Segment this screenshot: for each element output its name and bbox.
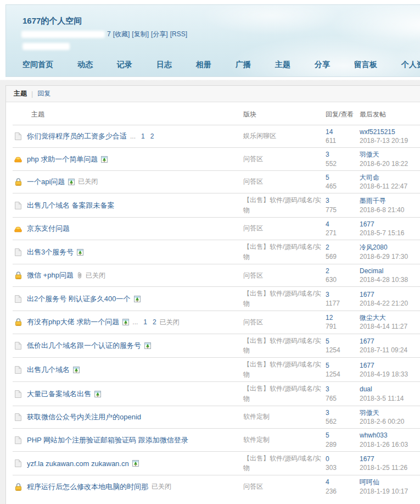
lastpost-user-link[interactable]: 1677	[360, 220, 420, 229]
replies-count[interactable]: 2	[326, 267, 360, 275]
lastpost-user-link[interactable]: 1677	[360, 361, 420, 370]
lastpost-time: 2018-4-14 11:27	[360, 322, 420, 331]
lastpost-cell: 大司命2018-6-11 22:47	[360, 173, 420, 191]
forum-link[interactable]: 问答区	[243, 177, 263, 186]
thread-title-link[interactable]: 出售几个域名	[27, 365, 70, 375]
forum-link[interactable]: 问答区	[243, 482, 263, 491]
thread-title-link[interactable]: 低价出几个域名跟一个认证的服务号	[27, 341, 141, 351]
thread-title-link[interactable]: 京东支付问题	[27, 224, 70, 234]
lastpost-user-link[interactable]: 呵呵仙	[360, 478, 420, 486]
replies-count[interactable]: 3	[326, 150, 360, 159]
thread-title-link[interactable]: 你们觉得程序员的工资多少合适	[27, 131, 127, 141]
lastpost-user-link[interactable]: 1677	[360, 337, 420, 346]
lastpost-user-link[interactable]: dual	[360, 385, 420, 394]
forum-link[interactable]: 【出售】软件/源码/域名/实物	[243, 336, 326, 356]
header-action-link[interactable]: [分享]	[151, 30, 168, 38]
thread-title-link[interactable]: 程序运行后怎么修改本地电脑的时间那	[27, 482, 148, 492]
replies-count[interactable]: 4	[326, 220, 360, 229]
forum-link[interactable]: 问答区	[243, 318, 263, 327]
thread-icon	[13, 436, 24, 445]
views-count: 236	[326, 487, 360, 496]
nav-item-1[interactable]: 动态	[77, 60, 93, 70]
url-actions: [收藏][复制][分享][RSS]	[111, 30, 187, 39]
header-action-link[interactable]: [复制]	[132, 30, 149, 38]
tab-threads[interactable]: 主题	[14, 89, 27, 98]
lastpost-cell: wxf52152152018-7-13 20:19	[360, 128, 420, 145]
forum-link[interactable]: 【出售】软件/源码/域名/实物	[243, 454, 326, 473]
replies-count[interactable]: 4	[326, 478, 360, 486]
forum-link[interactable]: 软件定制	[243, 412, 270, 422]
forum-link[interactable]: 娱乐闲聊区	[243, 131, 276, 141]
table-row: 获取微信公众号内关注用户的openid软件定制3562羽傲天2018-2-6 0…	[13, 406, 420, 428]
forum-link[interactable]: 【出售】软件/源码/域名/实物	[243, 196, 326, 215]
thread-title-link[interactable]: 出售几个域名 备案跟未备案	[27, 201, 115, 211]
views-count: 562	[326, 417, 360, 426]
thread-title-link[interactable]: php 求助一个简单问题	[27, 154, 98, 164]
thread-page-link[interactable]: 1	[141, 132, 145, 140]
nav-item-5[interactable]: 广播	[236, 60, 251, 70]
replies-count[interactable]: 5	[326, 173, 360, 182]
nav-item-8[interactable]: 留言板	[354, 60, 377, 70]
thread-title-link[interactable]: 出售3个服务号	[27, 247, 74, 257]
tab-replies[interactable]: 回复	[37, 89, 51, 98]
thread-title-link[interactable]: 一个api问题	[27, 177, 65, 187]
lastpost-user-link[interactable]: 大司命	[360, 173, 420, 182]
closed-label: 已关闭	[152, 482, 171, 491]
lastpost-user-link[interactable]: Decimal	[360, 267, 420, 275]
lastpost-cell: 呵呵仙2018-1-19 10:17	[360, 478, 420, 495]
nav-item-7[interactable]: 分享	[315, 60, 330, 70]
closed-label: 已关闭	[86, 271, 105, 280]
replies-count[interactable]: 5	[326, 361, 360, 370]
nav-item-2[interactable]: 记录	[117, 60, 132, 70]
forum-link[interactable]: 【出售】软件/源码/域名/实物	[243, 384, 326, 403]
forum-link[interactable]: 【出售】软件/源码/域名/实物	[243, 242, 326, 262]
lastpost-user-link[interactable]: 羽傲天	[360, 150, 420, 159]
lastpost-user-link[interactable]: 冷风2080	[360, 243, 420, 252]
replies-count[interactable]: 0	[326, 455, 360, 463]
replies-count[interactable]: 5	[326, 337, 360, 346]
thread-title-link[interactable]: PHP 网站加个注册验证邮箱验证码 跟添加微信登录	[27, 435, 188, 445]
nav-item-3[interactable]: 日志	[156, 60, 172, 70]
thread-title-link[interactable]: 大量已备案域名出售	[27, 389, 91, 399]
lastpost-user-link[interactable]: 1677	[360, 290, 420, 299]
replies-count[interactable]: 3	[326, 385, 360, 394]
replies-count[interactable]: 3	[326, 408, 360, 417]
closed-label: 已关闭	[160, 318, 180, 327]
thread-title-link[interactable]: 获取微信公众号内关注用户的openid	[27, 412, 141, 422]
replies-count[interactable]: 3	[326, 290, 360, 299]
thread-title-link[interactable]: 有没有php大佬 求助一个问题	[27, 317, 119, 327]
thread-page-link[interactable]: 2	[153, 318, 156, 326]
lastpost-user-link[interactable]: 1677	[360, 455, 420, 463]
replies-count[interactable]: 2	[326, 243, 360, 252]
views-count: 552	[326, 159, 360, 168]
lastpost-user-link[interactable]: whwh033	[360, 431, 420, 440]
forum-link[interactable]: 问答区	[243, 154, 263, 164]
lastpost-user-link[interactable]: 墨雨千寻	[360, 196, 420, 205]
lastpost-user-link[interactable]: 微尘大大	[360, 313, 420, 322]
forum-link[interactable]: 问答区	[243, 224, 263, 233]
lastpost-user-link[interactable]: 羽傲天	[360, 408, 420, 417]
forum-link[interactable]: 【出售】软件/源码/域名/实物	[243, 360, 326, 379]
forum-link[interactable]: 问答区	[243, 271, 263, 280]
nav-item-4[interactable]: 相册	[196, 60, 211, 70]
table-row: php 求助一个简单问题问答区3552羽傲天2018-6-20 18:22	[13, 147, 420, 170]
tab-separator: |	[31, 90, 33, 98]
forum-link[interactable]: 【出售】软件/源码/域名/实物	[243, 289, 326, 308]
replies-count[interactable]: 12	[326, 313, 360, 322]
forum-link[interactable]: 软件定制	[243, 435, 270, 445]
nav-item-0[interactable]: 空间首页	[23, 60, 53, 70]
lastpost-user-link[interactable]: wxf5215215	[360, 128, 420, 136]
thread-page-link[interactable]: 1	[143, 318, 147, 326]
replies-count[interactable]: 14	[326, 128, 360, 136]
thread-page-link[interactable]: 2	[150, 132, 154, 140]
thread-title-link[interactable]: yzf.la zukawan.com zukawan.cn	[27, 459, 129, 468]
thread-title-link[interactable]: 微信 +php问题	[27, 270, 74, 280]
header-action-link[interactable]: [收藏]	[113, 30, 130, 38]
nav-item-6[interactable]: 主题	[275, 60, 290, 70]
thread-title-link[interactable]: 出2个服务号 刚认证多久400一个	[27, 294, 131, 304]
replies-count[interactable]: 5	[326, 431, 360, 440]
thread-icon	[13, 365, 24, 374]
header-action-link[interactable]: [RSS]	[170, 30, 187, 38]
replies-count[interactable]: 3	[326, 196, 360, 205]
nav-item-9[interactable]: 个人资料	[401, 60, 420, 70]
